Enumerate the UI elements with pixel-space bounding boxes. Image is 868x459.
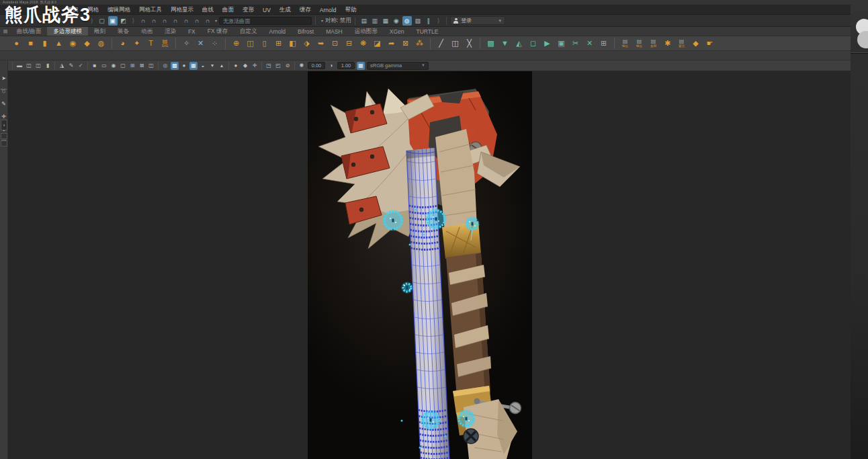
tab-多边形建模[interactable]: 多边形建模 <box>47 27 88 36</box>
lasso-tool[interactable]: ➰ <box>0 87 7 95</box>
tab-MASH[interactable]: MASH <box>320 27 349 36</box>
selection-mask-icon-1[interactable]: ▣ <box>108 16 118 26</box>
selection-mask-icon-2[interactable]: ◩ <box>119 16 128 26</box>
shelf-icon-5-4[interactable]: ▶ <box>541 38 553 49</box>
snap-icon-6[interactable]: ∩ <box>203 16 212 26</box>
shelf-icon-3-11[interactable]: ➦ <box>386 38 397 49</box>
snap-icon-1[interactable]: ∩ <box>149 16 159 26</box>
shelf-icon-0-0[interactable]: ● <box>11 38 22 49</box>
shelf-icon-3-5[interactable]: ⬗ <box>301 38 312 49</box>
render-icon-4[interactable]: ◍ <box>402 16 412 26</box>
shelf-icon-0-3[interactable]: ▲ <box>53 38 64 49</box>
colorspace-dropdown[interactable]: sRGB gamma▼ <box>367 62 429 70</box>
snap-icon-2[interactable]: ∩ <box>160 16 169 26</box>
shelf-icon-3-4[interactable]: ◧ <box>287 38 298 49</box>
snap-icon-0[interactable]: ∩ <box>138 16 148 26</box>
shelf-icon-1-0[interactable]: ◕ <box>117 38 128 49</box>
shelf-icon-3-10[interactable]: ◪ <box>372 38 383 49</box>
shelf-icon-3-2[interactable]: ▯ <box>259 38 270 49</box>
menu-缓存[interactable]: 缓存 <box>300 6 311 14</box>
vp-toolbar-icon-14[interactable]: ⊞ <box>128 62 136 70</box>
tab-FX[interactable]: FX <box>182 27 202 36</box>
tab-自定义[interactable]: 自定义 <box>234 27 263 36</box>
vp-toolbar-icon-26[interactable]: ● <box>232 62 240 70</box>
shelf-icon-0-2[interactable]: ▮ <box>39 38 50 49</box>
vp-toolbar-icon-19[interactable]: ▩ <box>171 62 179 70</box>
vp-toolbar-icon-20[interactable]: ● <box>180 62 188 70</box>
shelf-icon-6-4[interactable]: ▤显示 <box>676 38 687 49</box>
layout-single-pane-button[interactable] <box>1 133 7 139</box>
tab-装备[interactable]: 装备 <box>112 27 135 36</box>
vp-toolbar-icon-31[interactable]: ◰ <box>274 62 282 70</box>
vp-toolbar-icon-1[interactable]: ▬ <box>15 62 24 70</box>
vp-toolbar-icon-13[interactable]: ▢ <box>119 62 127 70</box>
dropdown-caret-icon[interactable]: ▾ <box>215 18 217 23</box>
snap-icon-3[interactable]: ∩ <box>171 16 180 26</box>
shelf-icon-5-2[interactable]: ◭ <box>513 38 525 49</box>
vp-toolbar-icon-27[interactable]: ◆ <box>241 62 249 70</box>
shelf-icon-2-0[interactable]: ✧ <box>181 38 192 49</box>
vp-toolbar-icon-7[interactable]: ✎ <box>67 62 75 70</box>
tab-渲染[interactable]: 渲染 <box>159 27 182 36</box>
vp-toolbar-icon-15[interactable]: ⊠ <box>138 62 146 70</box>
shelf-icon-2-2[interactable]: ⁘ <box>209 38 220 49</box>
panel-expander-button[interactable]: › <box>1 120 7 130</box>
menu-编辑网格[interactable]: 编辑网格 <box>107 6 130 14</box>
render-icon-1[interactable]: ▥ <box>370 16 380 26</box>
shelf-icon-1-3[interactable]: ▤SVG <box>159 38 171 49</box>
selection-mask-icon-0[interactable]: ▢ <box>97 16 107 26</box>
render-icon-0[interactable]: ▤ <box>359 16 369 26</box>
shelf-icon-1-1[interactable]: ✦ <box>131 38 142 49</box>
tab-FX 缓存[interactable]: FX 缓存 <box>202 27 234 36</box>
shelf-icon-5-6[interactable]: ✂ <box>570 38 581 49</box>
vp-toolbar-icon-30[interactable]: ◳ <box>265 62 273 70</box>
vp-toolbar-icon-8[interactable]: ✓ <box>77 62 85 70</box>
exposure-field[interactable]: 0.00 <box>308 62 325 69</box>
shelf-icon-3-13[interactable]: ⁂ <box>414 38 425 49</box>
vp-toolbar-icon-23[interactable]: ▾ <box>208 62 216 70</box>
vp-toolbar-icon-21[interactable]: ▦ <box>189 62 198 70</box>
vp-toolbar-icon-11[interactable]: ▭ <box>100 62 108 70</box>
vp-toolbar-icon-38[interactable]: ▦ <box>357 62 365 70</box>
shelf-menu-icon[interactable]: ▤ <box>0 27 11 36</box>
shelf-icon-5-1[interactable]: ▼ <box>499 38 511 49</box>
vp-toolbar-icon-22[interactable]: ◒ <box>199 62 207 70</box>
paint-select-tool[interactable]: ✎ <box>0 99 7 108</box>
shelf-icon-6-0[interactable]: ▤细分 <box>619 38 631 49</box>
vp-toolbar-icon-3[interactable]: ◫ <box>34 62 42 70</box>
shelf-icon-5-7[interactable]: ✕ <box>584 38 595 49</box>
shelf-icon-4-2[interactable]: ╳ <box>464 38 475 49</box>
menu-Arnold[interactable]: Arnold <box>320 7 337 13</box>
vp-toolbar-icon-6[interactable]: ◮ <box>58 62 66 70</box>
vp-toolbar-icon-2[interactable]: ◫ <box>25 62 33 70</box>
shelf-icon-1-2[interactable]: T <box>145 38 157 49</box>
shelf-icon-0-6[interactable]: ◍ <box>95 38 107 49</box>
shelf-icon-6-2[interactable]: ▤全部 <box>648 38 659 49</box>
menu-曲线[interactable]: 曲线 <box>202 6 214 14</box>
vp-toolbar-icon-36[interactable]: ◑ <box>327 62 335 70</box>
vp-toolbar-icon-10[interactable]: ■ <box>91 62 99 70</box>
shelf-icon-3-0[interactable]: ⊕ <box>230 38 242 49</box>
sign-in-dropdown[interactable]: 登录▼ <box>450 16 505 25</box>
shelf-icon-3-6[interactable]: ➥ <box>315 38 327 49</box>
shelf-icon-0-1[interactable]: ■ <box>25 38 36 49</box>
live-surface-field[interactable]: 无激活曲面 <box>219 17 312 25</box>
vp-toolbar-icon-18[interactable]: ◎ <box>161 62 169 70</box>
shelf-icon-6-6[interactable]: ☛ <box>704 38 715 49</box>
tab-动画[interactable]: 动画 <box>135 27 159 36</box>
render-icon-2[interactable]: ▦ <box>381 16 390 26</box>
vp-toolbar-icon-34[interactable]: ✺ <box>298 62 306 70</box>
shelf-icon-3-3[interactable]: ⊞ <box>273 38 284 49</box>
shelf-icon-2-1[interactable]: ✕ <box>195 38 206 49</box>
menu-帮助[interactable]: 帮助 <box>345 6 356 14</box>
tab-XGen[interactable]: XGen <box>384 27 410 36</box>
render-icon-6[interactable]: ∥ <box>424 16 433 26</box>
tab-运动图形[interactable]: 运动图形 <box>349 27 384 36</box>
snap-icon-4[interactable]: ∩ <box>181 16 191 26</box>
tab-Bifrost[interactable]: Bifrost <box>292 27 320 36</box>
shelf-icon-4-1[interactable]: ◫ <box>449 38 461 49</box>
menu-曲面[interactable]: 曲面 <box>222 6 234 14</box>
vp-toolbar-icon-28[interactable]: ✛ <box>251 62 259 70</box>
select-tool[interactable]: ➤ <box>0 74 7 83</box>
shelf-icon-5-5[interactable]: ▣ <box>556 38 567 49</box>
